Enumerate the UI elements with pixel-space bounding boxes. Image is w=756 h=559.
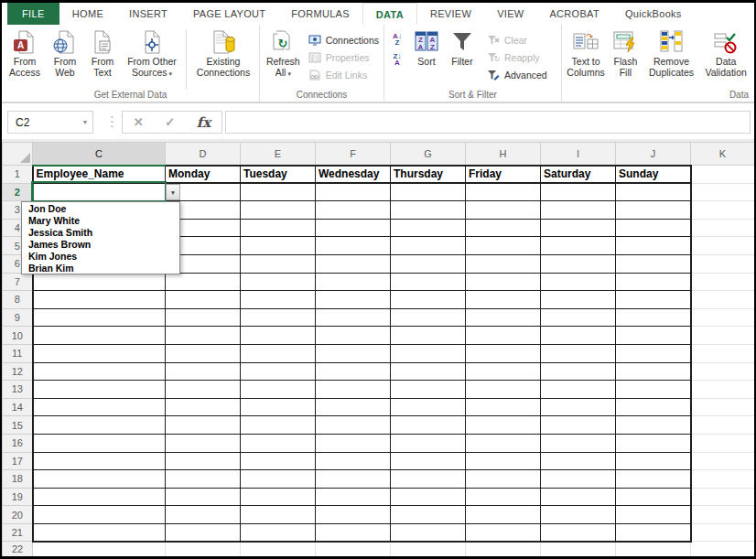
name-box[interactable]: C2 ▼ — [7, 111, 93, 134]
cell-E1[interactable]: Tuesday — [241, 166, 316, 184]
cell-D20[interactable] — [166, 506, 241, 524]
cell-F11[interactable] — [316, 344, 391, 362]
cell-D8[interactable] — [166, 291, 241, 309]
cell-G22[interactable] — [391, 542, 466, 557]
sort-button[interactable]: ZAAZ Sort — [408, 27, 445, 70]
cell-K12[interactable] — [691, 362, 755, 381]
flash-fill-button[interactable]: Flash Fill — [608, 27, 643, 80]
cell-I13[interactable] — [541, 381, 616, 399]
cell-E15[interactable] — [241, 416, 316, 435]
cell-J3[interactable] — [616, 201, 691, 220]
cell-K5[interactable] — [691, 237, 755, 255]
cell-J16[interactable] — [616, 434, 691, 452]
cell-I15[interactable] — [541, 416, 616, 435]
cell-H14[interactable] — [466, 398, 541, 416]
cell-I7[interactable] — [541, 273, 616, 291]
cell-K1[interactable] — [691, 166, 755, 184]
cell-J19[interactable] — [616, 488, 691, 506]
cell-I3[interactable] — [541, 201, 616, 220]
cell-I8[interactable] — [541, 291, 616, 309]
cell-F9[interactable] — [316, 308, 391, 327]
cell-J18[interactable] — [616, 470, 691, 489]
cell-H19[interactable] — [466, 488, 541, 506]
row-header-11[interactable]: 11 — [3, 344, 33, 362]
properties-button[interactable]: Properties — [305, 48, 382, 66]
cell-F1[interactable]: Wednesday — [316, 166, 391, 184]
cell-J1[interactable]: Sunday — [616, 166, 691, 184]
cell-E20[interactable] — [241, 506, 316, 524]
cell-G8[interactable] — [391, 291, 466, 309]
cell-F20[interactable] — [316, 506, 391, 524]
cell-J4[interactable] — [616, 219, 691, 237]
cell-D22[interactable] — [166, 542, 241, 557]
row-header-16[interactable]: 16 — [3, 434, 33, 452]
cell-D10[interactable] — [166, 327, 241, 345]
remove-duplicates-button[interactable]: Remove Duplicates — [643, 27, 700, 80]
cell-G13[interactable] — [391, 381, 466, 399]
cell-J15[interactable] — [616, 416, 691, 435]
cell-H6[interactable] — [466, 254, 541, 273]
cell-D19[interactable] — [166, 488, 241, 506]
cell-D11[interactable] — [166, 344, 241, 362]
cell-G5[interactable] — [391, 237, 466, 255]
cell-K20[interactable] — [691, 506, 755, 524]
cell-K16[interactable] — [691, 434, 755, 452]
cell-G21[interactable] — [391, 523, 466, 542]
row-header-12[interactable]: 12 — [3, 362, 33, 381]
cell-G12[interactable] — [391, 362, 466, 381]
cell-E19[interactable] — [241, 488, 316, 506]
column-header-k[interactable]: K — [691, 143, 755, 166]
cell-K9[interactable] — [691, 308, 755, 327]
cell-E4[interactable] — [241, 219, 316, 237]
cell-I1[interactable]: Saturday — [541, 166, 616, 184]
cell-K2[interactable] — [691, 183, 755, 201]
cell-D14[interactable] — [166, 398, 241, 416]
cell-E18[interactable] — [241, 470, 316, 489]
cell-C10[interactable] — [33, 327, 166, 345]
cell-K14[interactable] — [691, 398, 755, 416]
cell-J14[interactable] — [616, 398, 691, 416]
cell-I9[interactable] — [541, 308, 616, 327]
dropdown-item-2[interactable]: Mary White — [22, 215, 179, 227]
cell-C17[interactable] — [33, 452, 166, 470]
cell-K17[interactable] — [691, 452, 755, 470]
cell-K11[interactable] — [691, 344, 755, 362]
row-header-8[interactable]: 8 — [3, 291, 33, 309]
row-header-13[interactable]: 13 — [3, 381, 33, 399]
cell-I17[interactable] — [541, 452, 616, 470]
cell-E3[interactable] — [241, 201, 316, 220]
cell-E12[interactable] — [241, 362, 316, 381]
cell-J11[interactable] — [616, 344, 691, 362]
cell-H11[interactable] — [466, 344, 541, 362]
dropdown-item-1[interactable]: Jon Doe — [22, 203, 179, 215]
cell-G2[interactable] — [391, 183, 466, 201]
cell-E7[interactable] — [241, 273, 316, 291]
cell-C11[interactable] — [33, 344, 166, 362]
cell-G18[interactable] — [391, 470, 466, 489]
cell-F8[interactable] — [316, 291, 391, 309]
cell-D21[interactable] — [166, 523, 241, 542]
cell-F4[interactable] — [316, 219, 391, 237]
cell-J13[interactable] — [616, 381, 691, 399]
formula-input[interactable] — [225, 111, 751, 134]
row-header-21[interactable]: 21 — [3, 523, 33, 542]
cell-C8[interactable] — [33, 291, 166, 309]
cell-D9[interactable] — [166, 308, 241, 327]
cell-H8[interactable] — [466, 291, 541, 309]
cell-E11[interactable] — [241, 344, 316, 362]
tab-review[interactable]: REVIEW — [417, 3, 484, 25]
cell-H2[interactable] — [466, 183, 541, 201]
row-header-22[interactable]: 22 — [3, 542, 33, 557]
cell-F3[interactable] — [316, 201, 391, 220]
cell-D12[interactable] — [166, 362, 241, 381]
cell-G16[interactable] — [391, 434, 466, 452]
cell-K10[interactable] — [691, 327, 755, 345]
cell-D13[interactable] — [166, 381, 241, 399]
row-header-7[interactable]: 7 — [3, 273, 33, 291]
cell-C19[interactable] — [33, 488, 166, 506]
cell-G6[interactable] — [391, 254, 466, 273]
cell-F5[interactable] — [316, 237, 391, 255]
cell-I20[interactable] — [541, 506, 616, 524]
cell-K13[interactable] — [691, 381, 755, 399]
cell-E13[interactable] — [241, 381, 316, 399]
